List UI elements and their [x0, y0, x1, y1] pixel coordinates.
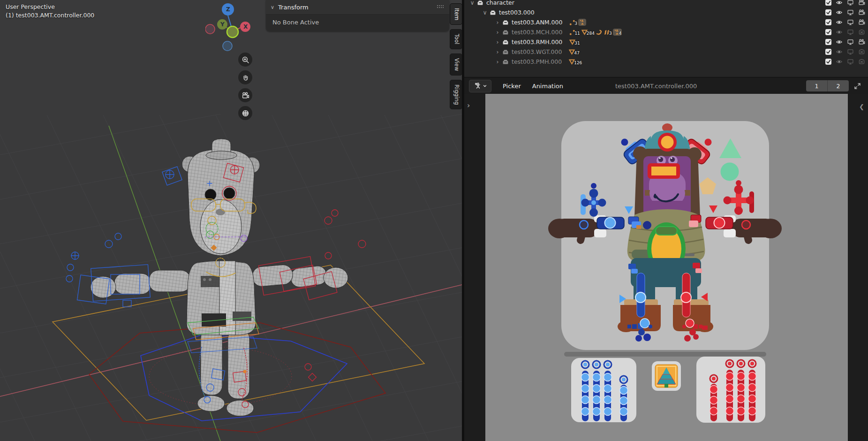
axis-z-label: Z	[226, 6, 230, 13]
outliner-item-label[interactable]: character	[486, 0, 514, 6]
outliner-item-label[interactable]: test003.ANM.000	[512, 19, 562, 26]
camera-view-icon[interactable]	[238, 88, 252, 102]
viewport-display-icon[interactable]	[847, 9, 854, 16]
nav-gizmo[interactable]: Z Y X	[205, 0, 258, 53]
outliner-row[interactable]: ›test003.MCH.0001128434	[464, 27, 868, 37]
caret-down-icon[interactable]: ∨	[482, 9, 488, 16]
panel-grip-icon[interactable]	[437, 5, 445, 9]
viewport-display-icon[interactable]	[847, 0, 854, 6]
chevron-down-icon[interactable]: ∨	[271, 4, 274, 10]
surface-icon: 3	[604, 29, 612, 36]
render-disabled-icon[interactable]	[858, 58, 865, 65]
mesh-icon: 284	[581, 29, 595, 36]
viewport-display-icon[interactable]	[847, 58, 854, 65]
outliner-item-label[interactable]: test003.WGT.000	[512, 48, 562, 55]
checkbox-toggle[interactable]	[825, 19, 831, 25]
render-camera-icon[interactable]	[858, 19, 865, 26]
chest-button[interactable]	[656, 227, 677, 235]
outliner-row[interactable]: ›test003.PMH.000126	[464, 57, 868, 67]
checkbox-toggle[interactable]	[825, 0, 831, 6]
chevron-right-icon[interactable]: ›	[467, 101, 470, 110]
eye-icon[interactable]	[836, 19, 843, 26]
render-disabled-icon[interactable]	[858, 48, 865, 55]
caret-right-icon[interactable]: ›	[494, 48, 501, 55]
collection-icon	[502, 38, 509, 46]
outliner-item-label[interactable]: test003.MCH.000	[512, 29, 562, 36]
outliner-row[interactable]: ›test003.ANM.0003	[464, 17, 868, 27]
viewport-3d[interactable]: L	[0, 0, 462, 441]
bone-icon: 11	[569, 29, 580, 36]
page-2-button[interactable]: 2	[827, 80, 849, 91]
picker-scene	[485, 94, 848, 441]
checkbox-toggle[interactable]	[825, 29, 831, 35]
right-hand-finger-panel[interactable]	[696, 357, 765, 423]
eye-icon[interactable]	[836, 58, 843, 65]
zoom-icon[interactable]	[238, 53, 252, 67]
tab-animation[interactable]: Animation	[532, 83, 563, 90]
outliner-item-label[interactable]: test003.RMH.000	[512, 38, 562, 46]
picker-canvas[interactable]	[485, 94, 848, 441]
viewport-scene: L	[0, 0, 462, 441]
caret-right-icon[interactable]: ›	[494, 58, 501, 65]
checkbox-toggle[interactable]	[825, 59, 831, 65]
eye-icon[interactable]	[836, 38, 843, 46]
axis-neg-x[interactable]	[205, 24, 215, 34]
page-1-button[interactable]: 1	[806, 80, 827, 91]
mesh-icon: 47	[568, 48, 579, 55]
tab-item[interactable]: Item	[450, 3, 462, 25]
render-camera-icon[interactable]	[858, 38, 865, 46]
left-hand-finger-panel[interactable]	[571, 358, 636, 422]
checkbox-toggle[interactable]	[825, 9, 831, 15]
outliner-row[interactable]: ›test003.RMH.00031	[464, 37, 868, 47]
viewport-nav-buttons	[238, 53, 252, 120]
caret-right-icon[interactable]: ›	[494, 19, 501, 26]
row-toggles	[825, 48, 865, 55]
viewport-display-icon[interactable]	[847, 48, 854, 55]
viewport-display-icon[interactable]	[847, 38, 854, 46]
row-toggles	[825, 58, 865, 65]
orthographic-grid-icon[interactable]	[238, 106, 252, 120]
collection-icon	[476, 0, 484, 6]
outliner-row[interactable]: ∨test003.000	[464, 8, 868, 17]
tab-picker[interactable]: Picker	[503, 83, 521, 90]
left-leg-ik-blue[interactable]	[635, 273, 646, 317]
tab-view[interactable]: View	[450, 53, 462, 76]
render-camera-icon[interactable]	[858, 0, 865, 6]
fullscreen-icon[interactable]	[851, 80, 863, 91]
collection-icon	[502, 19, 509, 26]
tab-rigging[interactable]: Rigging	[450, 80, 462, 110]
row-toggles	[825, 9, 865, 16]
outliner-item-label[interactable]: test003.PMH.000	[512, 58, 562, 65]
right-leg-ik-red[interactable]	[681, 273, 691, 317]
axis-neg-y[interactable]	[227, 26, 238, 38]
eye-icon[interactable]	[836, 0, 843, 6]
tree-button-panel[interactable]	[652, 361, 681, 391]
outliner-row[interactable]: ∨character	[464, 0, 868, 8]
outliner-row[interactable]: ›test003.WGT.00047	[464, 47, 868, 57]
render-disabled-icon[interactable]	[858, 29, 865, 36]
caret-right-icon[interactable]: ›	[494, 38, 501, 46]
render-camera-icon[interactable]	[858, 9, 865, 16]
pan-hand-icon[interactable]	[238, 70, 252, 84]
axis-neg-z[interactable]	[223, 41, 232, 51]
viewport-display-icon[interactable]	[847, 29, 854, 36]
collection-icon	[502, 48, 509, 55]
eye-icon[interactable]	[836, 48, 843, 55]
datablock-badges: 1128434	[569, 29, 622, 36]
eye-icon[interactable]	[836, 9, 843, 16]
row-toggles	[825, 19, 865, 26]
green-circle-control[interactable]	[721, 163, 739, 181]
caret-right-icon[interactable]: ›	[494, 29, 501, 36]
caret-down-icon[interactable]: ∨	[469, 0, 476, 6]
checkbox-toggle[interactable]	[825, 39, 831, 45]
editor-type-dropdown[interactable]	[469, 80, 491, 92]
armature-icon: 4	[613, 29, 622, 36]
transform-panel-header[interactable]: ∨ Transform	[266, 0, 449, 15]
datablock-badges: 3	[569, 19, 586, 26]
outliner-item-label[interactable]: test003.000	[499, 9, 535, 16]
viewport-display-icon[interactable]	[847, 19, 854, 26]
eye-icon[interactable]	[836, 29, 843, 36]
chevron-left-icon[interactable]: ❮	[859, 103, 864, 110]
tab-tool[interactable]: Tool	[450, 29, 462, 49]
checkbox-toggle[interactable]	[825, 49, 831, 55]
